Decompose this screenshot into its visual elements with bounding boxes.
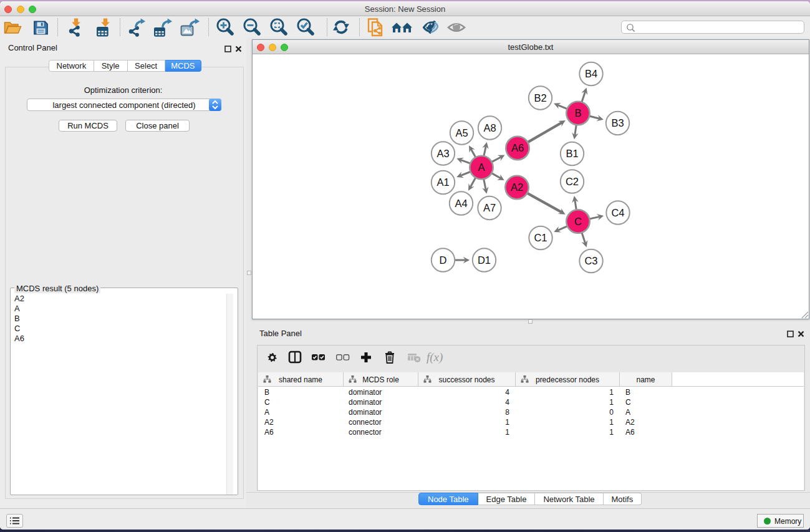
svg-text:D1: D1 (478, 254, 491, 266)
svg-text:C2: C2 (566, 176, 579, 187)
svg-text:A7: A7 (483, 202, 496, 213)
svg-text:A3: A3 (436, 148, 449, 159)
svg-text:D: D (440, 254, 447, 266)
svg-text:B3: B3 (611, 117, 624, 128)
svg-text:C: C (574, 216, 582, 227)
svg-text:A2: A2 (511, 181, 523, 193)
svg-text:A6: A6 (511, 142, 524, 153)
svg-text:B4: B4 (585, 68, 597, 79)
svg-text:A5: A5 (455, 127, 468, 138)
svg-text:C4: C4 (611, 207, 624, 218)
svg-text:A8: A8 (483, 122, 496, 133)
svg-text:C3: C3 (584, 255, 597, 266)
svg-text:C1: C1 (534, 232, 547, 243)
svg-text:A1: A1 (436, 177, 449, 188)
svg-text:B2: B2 (534, 92, 546, 104)
svg-text:A: A (478, 162, 485, 173)
svg-text:B: B (574, 107, 581, 118)
svg-text:B1: B1 (566, 148, 578, 159)
svg-text:A4: A4 (455, 198, 467, 209)
